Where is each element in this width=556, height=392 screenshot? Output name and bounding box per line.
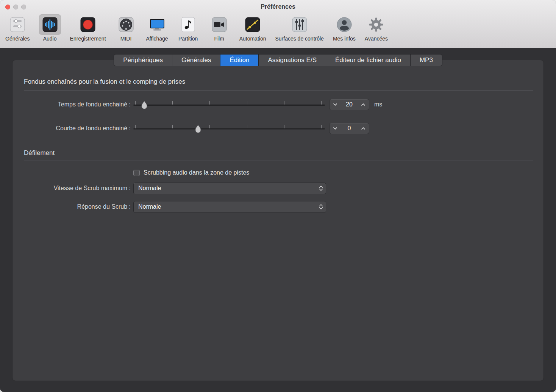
scrub-speed-value: Normale bbox=[138, 185, 161, 192]
tab-bar: Périphériques Générales Édition Assignat… bbox=[0, 54, 556, 66]
toolbar-item-audio[interactable]: Audio bbox=[39, 14, 61, 42]
toolbar-label: Générales bbox=[5, 36, 30, 42]
crossfade-time-value: 20 bbox=[346, 101, 353, 108]
control-surfaces-icon bbox=[291, 16, 308, 33]
crossfade-curve-slider[interactable] bbox=[133, 122, 325, 134]
toolbar-item-surfaces-de-controle[interactable]: Surfaces de contrôle bbox=[275, 14, 323, 42]
stepper-increment-button[interactable] bbox=[361, 103, 365, 106]
gear-icon bbox=[368, 16, 384, 33]
content-panel: Fondus enchaînés pour la fusion et le co… bbox=[12, 60, 544, 381]
toolbar-item-automation[interactable]: Automation bbox=[239, 14, 266, 42]
scrub-response-label: Réponse du Scrub : bbox=[24, 203, 131, 210]
crossfade-time-stepper: 20 bbox=[329, 99, 369, 110]
crossfade-time-slider[interactable] bbox=[133, 98, 325, 111]
scrubbing-checkbox-row: Scrubbing audio dans la zone de pistes bbox=[24, 167, 533, 179]
crossfade-curve-stepper: 0 bbox=[329, 123, 369, 134]
tab-generales[interactable]: Générales bbox=[172, 55, 220, 66]
scrub-response-value: Normale bbox=[138, 203, 161, 210]
toolbar-item-avancees[interactable]: Avancées bbox=[365, 14, 388, 42]
toolbar-label: Mes infos bbox=[333, 36, 356, 42]
titlebar: Préférences bbox=[0, 0, 556, 14]
toolbar-label: Automation bbox=[239, 36, 266, 42]
record-icon bbox=[80, 16, 96, 33]
section-title-crossfade: Fondus enchaînés pour la fusion et le co… bbox=[24, 78, 185, 86]
crossfade-time-row: Temps de fondu enchainé : bbox=[24, 98, 533, 111]
automation-icon bbox=[244, 16, 261, 33]
toolbar-item-generales[interactable]: Générales bbox=[5, 14, 30, 42]
tab-mp3[interactable]: MP3 bbox=[411, 55, 442, 66]
toolbar-item-midi[interactable]: MIDI bbox=[115, 14, 137, 42]
slider-track bbox=[133, 128, 325, 130]
slider-track bbox=[133, 105, 325, 106]
preferences-window: Préférences Générales bbox=[0, 0, 556, 392]
toolbar-item-partition[interactable]: Partition bbox=[177, 14, 199, 42]
window-header: Préférences Générales bbox=[0, 0, 556, 48]
tab-group: Périphériques Générales Édition Assignat… bbox=[114, 54, 442, 66]
display-icon bbox=[149, 16, 166, 33]
toolbar-label: Affichage bbox=[146, 36, 168, 42]
movie-camera-icon bbox=[211, 16, 228, 33]
tab-edition[interactable]: Édition bbox=[220, 55, 258, 66]
tab-peripheriques[interactable]: Périphériques bbox=[114, 55, 172, 66]
scrubbing-checkbox[interactable] bbox=[133, 170, 140, 176]
stepper-increment-button[interactable] bbox=[361, 127, 365, 130]
window-title: Préférences bbox=[0, 3, 556, 10]
toolbar-item-mes-infos[interactable]: Mes infos bbox=[333, 14, 356, 42]
scrubbing-checkbox-label: Scrubbing audio dans la zone de pistes bbox=[144, 169, 249, 176]
toolbar-label: Audio bbox=[43, 36, 57, 42]
scrub-response-row: Réponse du Scrub : Normale bbox=[24, 201, 533, 213]
toolbar-item-enregistrement[interactable]: Enregistrement bbox=[70, 14, 106, 42]
select-chevrons-icon bbox=[319, 186, 323, 191]
score-icon bbox=[180, 16, 197, 33]
stepper-decrement-button[interactable] bbox=[333, 103, 337, 106]
toolbar-label: MIDI bbox=[120, 36, 132, 42]
crossfade-time-label: Temps de fondu enchainé : bbox=[24, 101, 131, 108]
select-chevrons-icon bbox=[319, 204, 323, 209]
tab-assignations-es[interactable]: Assignations E/S bbox=[259, 55, 326, 66]
separator bbox=[24, 90, 533, 91]
tab-editeur-fichier-audio[interactable]: Éditeur de fichier audio bbox=[326, 55, 410, 66]
toolbar: Générales Audio bbox=[5, 14, 388, 42]
toolbar-label: Film bbox=[214, 36, 224, 42]
user-icon bbox=[336, 16, 353, 33]
slider-thumb[interactable] bbox=[141, 101, 148, 110]
toolbar-item-film[interactable]: Film bbox=[208, 14, 230, 42]
scrub-speed-label: Vitesse de Scrub maximum : bbox=[24, 185, 131, 192]
slider-thumb[interactable] bbox=[194, 125, 202, 134]
toolbar-label: Surfaces de contrôle bbox=[275, 36, 323, 42]
crossfade-curve-label: Courbe de fondu enchainé : bbox=[24, 125, 131, 132]
audio-icon bbox=[42, 16, 58, 33]
general-icon bbox=[9, 16, 26, 33]
scrub-response-select[interactable]: Normale bbox=[133, 201, 326, 213]
scrub-speed-select[interactable]: Normale bbox=[133, 183, 326, 194]
separator bbox=[24, 161, 533, 161]
crossfade-curve-value: 0 bbox=[348, 125, 351, 132]
stepper-decrement-button[interactable] bbox=[333, 127, 337, 130]
section-title-scrubbing: Défilement bbox=[24, 149, 55, 157]
toolbar-item-affichage[interactable]: Affichage bbox=[146, 14, 168, 42]
scrub-speed-row: Vitesse de Scrub maximum : Normale bbox=[24, 182, 533, 194]
crossfade-curve-row: Courbe de fondu enchainé : bbox=[24, 122, 533, 134]
crossfade-time-unit: ms bbox=[374, 101, 382, 108]
toolbar-label: Avancées bbox=[365, 36, 388, 42]
toolbar-label: Partition bbox=[178, 36, 198, 42]
midi-icon bbox=[118, 16, 134, 33]
toolbar-label: Enregistrement bbox=[70, 36, 106, 42]
